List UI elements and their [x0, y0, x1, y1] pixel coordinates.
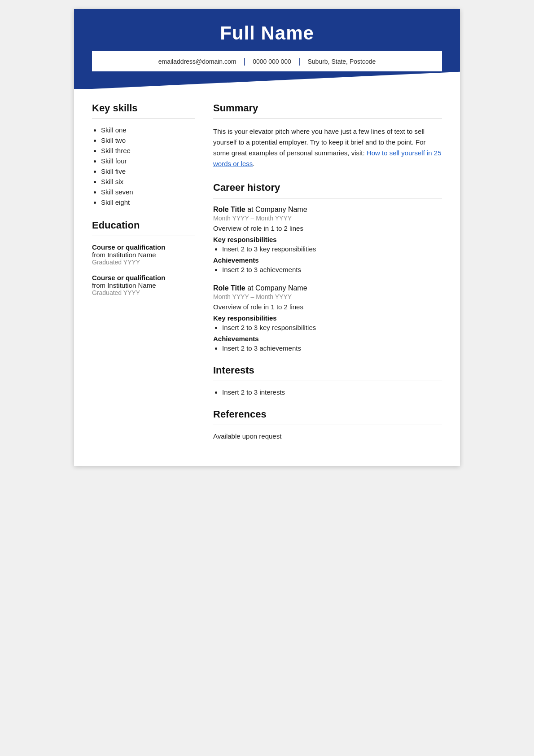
- location: Suburb, State, Postcode: [307, 58, 376, 65]
- role-bold-1: Role Title: [213, 206, 245, 213]
- education-title: Education: [92, 220, 195, 231]
- achievements-list-1: Insert 2 to 3 achievements: [213, 266, 442, 273]
- references-section: References Available upon request: [213, 409, 442, 440]
- achievements-heading-1: Achievements: [213, 256, 442, 264]
- edu-entry-1: Course or qualification from Institution…: [92, 243, 195, 266]
- summary-text: This is your elevator pitch where you ha…: [213, 126, 442, 169]
- responsibilities-list-2: Insert 2 to 3 key responsibilities: [213, 324, 442, 331]
- summary-section: Summary This is your elevator pitch wher…: [213, 102, 442, 169]
- career-title: Career history: [213, 182, 442, 193]
- education-divider: [92, 236, 195, 236]
- career-section: Career history Role Title at Company Nam…: [213, 182, 442, 352]
- summary-divider: [213, 119, 442, 119]
- edu-entry-2: Course or qualification from Institution…: [92, 274, 195, 296]
- full-name: Full Name: [92, 22, 442, 44]
- resume-page: Full Name emailaddress@domain.com | 0000…: [74, 9, 460, 466]
- skills-divider: [92, 119, 195, 119]
- list-item: Skill seven: [101, 188, 195, 196]
- achievements-heading-2: Achievements: [213, 335, 442, 343]
- list-item: Skill three: [101, 147, 195, 154]
- job-entry-1: Role Title at Company Name Month YYYY – …: [213, 206, 442, 273]
- job-entry-2: Role Title at Company Name Month YYYY – …: [213, 284, 442, 352]
- references-text: Available upon request: [213, 432, 442, 440]
- references-divider: [213, 425, 442, 425]
- list-item: Skill six: [101, 178, 195, 185]
- list-item: Insert 2 to 3 achievements: [222, 266, 442, 273]
- header: Full Name emailaddress@domain.com | 0000…: [74, 9, 460, 89]
- interests-divider: [213, 381, 442, 381]
- list-item: Insert 2 to 3 interests: [222, 388, 442, 396]
- role-dates-1: Month YYYY – Month YYYY: [213, 215, 442, 222]
- responsibilities-list-1: Insert 2 to 3 key responsibilities: [213, 245, 442, 253]
- edu-institution-1: from Institution Name: [92, 251, 195, 259]
- email: emailaddress@domain.com: [158, 58, 236, 65]
- edu-year-1: Graduated YYYY: [92, 259, 195, 266]
- responsibilities-heading-1: Key responsibilities: [213, 236, 442, 243]
- list-item: Insert 2 to 3 key responsibilities: [222, 324, 442, 331]
- edu-year-2: Graduated YYYY: [92, 289, 195, 296]
- responsibilities-heading-2: Key responsibilities: [213, 314, 442, 322]
- career-divider: [213, 198, 442, 198]
- list-item: Skill five: [101, 167, 195, 175]
- summary-period: .: [253, 160, 254, 167]
- achievements-list-2: Insert 2 to 3 achievements: [213, 344, 442, 352]
- role-dates-2: Month YYYY – Month YYYY: [213, 293, 442, 300]
- list-item: Skill two: [101, 136, 195, 144]
- role-rest-2: at Company Name: [245, 284, 307, 292]
- skills-title: Key skills: [92, 102, 195, 114]
- contact-bar: emailaddress@domain.com | 0000 000 000 |…: [92, 51, 442, 71]
- sep2: |: [298, 57, 301, 66]
- skills-section: Key skills Skill one Skill two Skill thr…: [92, 102, 195, 206]
- education-section: Education Course or qualification from I…: [92, 220, 195, 296]
- interests-title: Interests: [213, 365, 442, 376]
- role-line-1: Role Title at Company Name: [213, 206, 442, 214]
- role-bold-2: Role Title: [213, 284, 245, 292]
- list-item: Skill one: [101, 126, 195, 134]
- header-diagonal: [92, 71, 442, 89]
- left-column: Key skills Skill one Skill two Skill thr…: [92, 102, 195, 453]
- role-line-2: Role Title at Company Name: [213, 284, 442, 292]
- edu-course-1: Course or qualification: [92, 243, 195, 251]
- phone: 0000 000 000: [253, 58, 291, 65]
- right-column: Summary This is your elevator pitch wher…: [213, 102, 442, 453]
- role-overview-1: Overview of role in 1 to 2 lines: [213, 224, 442, 232]
- skills-list: Skill one Skill two Skill three Skill fo…: [92, 126, 195, 206]
- edu-course-2: Course or qualification: [92, 274, 195, 281]
- list-item: Insert 2 to 3 key responsibilities: [222, 245, 442, 253]
- role-rest-1: at Company Name: [245, 206, 307, 213]
- list-item: Skill four: [101, 157, 195, 165]
- interests-section: Interests Insert 2 to 3 interests: [213, 365, 442, 396]
- summary-title: Summary: [213, 102, 442, 114]
- references-title: References: [213, 409, 442, 420]
- sep1: |: [243, 57, 245, 66]
- list-item: Skill eight: [101, 198, 195, 206]
- list-item: Insert 2 to 3 achievements: [222, 344, 442, 352]
- main-content: Key skills Skill one Skill two Skill thr…: [74, 89, 460, 466]
- role-overview-2: Overview of role in 1 to 2 lines: [213, 303, 442, 311]
- interests-list: Insert 2 to 3 interests: [213, 388, 442, 396]
- edu-institution-2: from Institution Name: [92, 281, 195, 289]
